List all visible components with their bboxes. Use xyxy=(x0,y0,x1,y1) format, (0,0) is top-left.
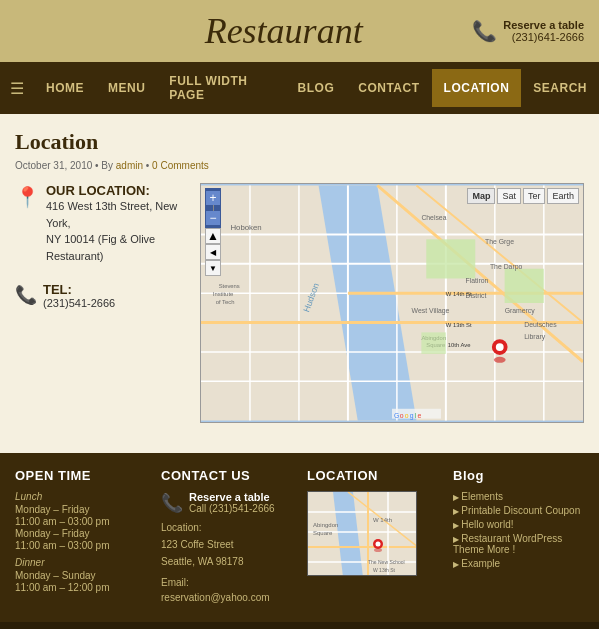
footer-map: Abingdon Square W 14th The New School W … xyxy=(307,491,417,576)
map-toolbar: Map Sat Ter Earth xyxy=(467,188,579,204)
svg-point-66 xyxy=(376,542,381,547)
footer-address1: 123 Coffe Street xyxy=(161,537,292,552)
lunch-hours2: 11:00 am – 03:00 pm xyxy=(15,540,146,551)
map-ctrl-up[interactable]: ▲ xyxy=(205,228,221,244)
reserve-table-header: 📞 Reserve a table (231)641-2666 xyxy=(472,19,584,43)
blog-link-4[interactable]: Restaurant WordPress Theme More ! xyxy=(453,533,584,555)
footer-call: Call (231)541-2666 xyxy=(189,503,275,514)
svg-text:Gramercy: Gramercy xyxy=(505,307,536,315)
lunch-hours1: 11:00 am – 03:00 pm xyxy=(15,516,146,527)
footer-phone-row: 📞 Reserve a table Call (231)541-2666 xyxy=(161,491,292,514)
svg-text:Abingdon: Abingdon xyxy=(313,522,338,528)
blog-link-2[interactable]: Printable Discount Coupon xyxy=(453,505,584,516)
content: Location October 31, 2010 • By admin • 0… xyxy=(0,114,599,453)
footer-reserve-label: Reserve a table xyxy=(189,491,275,503)
svg-text:Stevens: Stevens xyxy=(219,283,240,289)
our-location-block: 📍 OUR LOCATION: 416 West 13th Street, Ne… xyxy=(15,183,185,264)
nav-search[interactable]: SEARCH xyxy=(521,69,599,107)
svg-rect-51 xyxy=(421,332,445,354)
nav-location[interactable]: LOCATION xyxy=(432,69,522,107)
svg-text:Hoboken: Hoboken xyxy=(230,223,261,232)
svg-rect-20 xyxy=(426,239,475,278)
post-author[interactable]: admin xyxy=(116,160,143,171)
blog-link-5[interactable]: Example xyxy=(453,558,584,569)
map-ctrl-left[interactable]: ◀ xyxy=(205,244,221,260)
footer-email: Email: reservation@yahoo.com xyxy=(161,575,292,605)
open-time-title: OPEN TIME xyxy=(15,468,146,483)
bottom-bar: ©2010 Cafe Restaurant WordPress Theme xyxy=(0,622,599,629)
location-section: 📍 OUR LOCATION: 416 West 13th Street, Ne… xyxy=(15,183,584,423)
sat-view-btn[interactable]: Sat xyxy=(497,188,521,204)
page-title: Location xyxy=(15,129,584,155)
svg-text:West Village: West Village xyxy=(412,307,450,315)
site-title: Restaurant xyxy=(95,10,472,52)
footer-contact-us: CONTACT US 📞 Reserve a table Call (231)5… xyxy=(161,468,292,607)
svg-text:Deutsches: Deutsches xyxy=(524,321,557,328)
svg-text:Library: Library xyxy=(524,333,545,341)
zoom-out-btn[interactable]: − xyxy=(206,211,220,225)
svg-text:g: g xyxy=(410,412,414,420)
nav: ☰ HOME MENU FULL WIDTH PAGE BLOG CONTACT… xyxy=(0,62,599,114)
footer-phone-icon: 📞 xyxy=(161,492,183,514)
map-zoom-controls: + − ▲ ◀ ▼ xyxy=(205,188,221,276)
lunch-days1: Monday – Friday xyxy=(15,504,146,515)
header-phone: (231)641-2666 xyxy=(503,31,584,43)
blog-link-3[interactable]: Hello world! xyxy=(453,519,584,530)
our-location-address: 416 West 13th Street, New York, NY 10014… xyxy=(46,198,185,264)
phone-icon-location: 📞 xyxy=(15,284,37,306)
dinner-hours: 11:00 am – 12:00 pm xyxy=(15,582,146,593)
reserve-label: Reserve a table xyxy=(503,19,584,31)
earth-view-btn[interactable]: Earth xyxy=(547,188,579,204)
tel-block: 📞 TEL: (231)541-2666 xyxy=(15,282,185,309)
phone-icon: 📞 xyxy=(472,19,497,43)
tel-number: (231)541-2666 xyxy=(43,297,115,309)
ter-view-btn[interactable]: Ter xyxy=(523,188,546,204)
zoom-in-btn[interactable]: + xyxy=(206,191,220,205)
nav-blog[interactable]: BLOG xyxy=(286,69,347,107)
nav-menu[interactable]: MENU xyxy=(96,69,157,107)
lunch-label: Lunch xyxy=(15,491,146,502)
header: Restaurant 📞 Reserve a table (231)641-26… xyxy=(0,0,599,62)
dinner-days: Monday – Sunday xyxy=(15,570,146,581)
post-comments[interactable]: 0 Comments xyxy=(152,160,209,171)
svg-text:Flatiron: Flatiron xyxy=(465,277,488,284)
map-container: Hoboken Chelsea Flatiron District The Gr… xyxy=(200,183,584,423)
svg-text:W 14th: W 14th xyxy=(373,517,392,523)
nav-home[interactable]: HOME xyxy=(34,69,96,107)
svg-rect-21 xyxy=(505,269,544,303)
svg-text:W 14th St: W 14th St xyxy=(446,291,472,297)
svg-text:o: o xyxy=(405,412,409,419)
blog-title: Blog xyxy=(453,468,584,483)
map-svg: Hoboken Chelsea Flatiron District The Gr… xyxy=(201,184,583,422)
svg-text:Square: Square xyxy=(313,530,333,536)
breadcrumb: October 31, 2010 • By admin • 0 Comments xyxy=(15,160,584,171)
our-location-title: OUR LOCATION: xyxy=(46,183,185,198)
svg-text:The Darpo: The Darpo xyxy=(490,263,523,271)
post-date: October 31, 2010 xyxy=(15,160,92,171)
location-info: 📍 OUR LOCATION: 416 West 13th Street, Ne… xyxy=(15,183,185,423)
svg-text:W 13th St: W 13th St xyxy=(373,567,396,573)
svg-text:Chelsea: Chelsea xyxy=(421,214,446,221)
svg-point-36 xyxy=(494,357,506,363)
svg-text:W 13th St: W 13th St xyxy=(446,322,472,328)
svg-text:o: o xyxy=(400,412,404,419)
footer-location-title: LOCATION xyxy=(307,468,438,483)
footer: OPEN TIME Lunch Monday – Friday 11:00 am… xyxy=(0,453,599,622)
tel-title: TEL: xyxy=(43,282,115,297)
footer-location-label: Location: xyxy=(161,520,292,535)
svg-point-38 xyxy=(496,343,504,351)
menu-icon: ☰ xyxy=(0,79,34,98)
blog-link-1[interactable]: Elements xyxy=(453,491,584,502)
dinner-label: Dinner xyxy=(15,557,146,568)
lunch-days2: Monday – Friday xyxy=(15,528,146,539)
svg-text:G: G xyxy=(394,412,399,419)
footer-blog-col: Blog Elements Printable Discount Coupon … xyxy=(453,468,584,607)
map-view-btn[interactable]: Map xyxy=(467,188,495,204)
svg-text:Institute: Institute xyxy=(213,291,234,297)
svg-text:of Tech: of Tech xyxy=(216,299,235,305)
nav-contact[interactable]: CONTACT xyxy=(346,69,431,107)
nav-full-width[interactable]: FULL WIDTH PAGE xyxy=(157,62,285,114)
location-marker-icon: 📍 xyxy=(15,185,40,209)
svg-text:The Grge: The Grge xyxy=(485,238,514,246)
map-ctrl-down[interactable]: ▼ xyxy=(205,260,221,276)
